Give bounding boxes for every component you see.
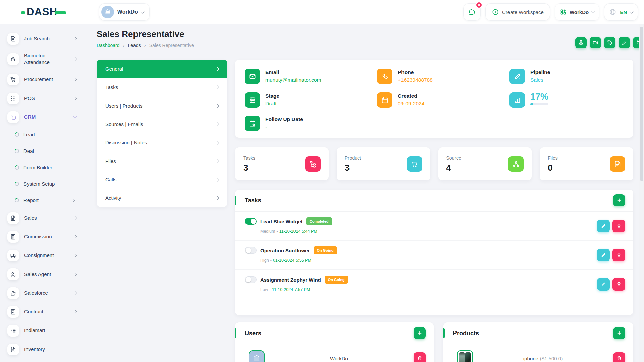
sidebar-item-label: CRM: [24, 114, 68, 120]
stat-value: 4: [446, 163, 461, 173]
workspace-selector[interactable]: WorkDo: [99, 3, 150, 21]
sidebar-item-inventory[interactable]: Inventory: [0, 340, 87, 359]
delete-task-button[interactable]: [612, 249, 625, 261]
field-label: Pipeline: [530, 69, 550, 75]
sidebar-item-indiamart[interactable]: Indiamart: [0, 321, 87, 340]
sidebar-item-commission[interactable]: Commission: [0, 227, 87, 246]
workdo-apps-dropdown[interactable]: WorkDo: [555, 3, 599, 21]
task-toggle[interactable]: [245, 218, 257, 225]
menu-item-label: Discussion | Notes: [105, 140, 147, 145]
toggle-knob: [251, 219, 256, 224]
sidebar-item-consignment[interactable]: Consignment: [0, 246, 87, 265]
sidebar-item-biometric-attendance[interactable]: Biometric Attendance: [0, 48, 87, 70]
delete-user-button[interactable]: [414, 352, 426, 362]
breadcrumb-current: Sales Representative: [149, 43, 194, 48]
sidebar-item-label: Deal: [23, 148, 68, 155]
chevron-right-icon: [215, 67, 219, 71]
task-toggle[interactable]: [245, 276, 257, 283]
tab-sources-emails[interactable]: Sources | Emails: [97, 115, 227, 133]
chevron-right-icon: [215, 122, 219, 126]
edit-task-button[interactable]: [597, 249, 610, 261]
video-call-button[interactable]: [590, 37, 601, 48]
sidebar-subitem-system-setup[interactable]: System Setup: [0, 176, 87, 192]
edit-task-button[interactable]: [597, 278, 610, 291]
phone-value[interactable]: +16239488788: [398, 77, 433, 83]
sidebar-item-job-search[interactable]: Job Search: [0, 29, 87, 48]
task-row-actions: [597, 249, 625, 261]
task-meta-separator: -: [276, 229, 278, 234]
follow-up-field: Follow Up Date -: [245, 116, 377, 131]
email-value[interactable]: munuty@mailinator.com: [265, 77, 321, 83]
add-user-button[interactable]: [414, 327, 426, 339]
sidebar-item-label: Indiamart: [24, 327, 68, 334]
product-image-phone-left: [459, 352, 465, 362]
sidebar-item-label: Biometric Attendance: [24, 52, 68, 66]
task-priority: Low: [260, 287, 268, 292]
app-root: DASH WorkDo 0 Create Workspace: [0, 0, 644, 362]
tab-files[interactable]: Files: [97, 152, 227, 170]
product-image: [457, 350, 473, 362]
edit-task-button[interactable]: [597, 220, 610, 232]
breadcrumb-dashboard-link[interactable]: Dashboard: [97, 43, 120, 48]
calendar-icon: [377, 92, 392, 108]
toggle-knob: [246, 248, 251, 253]
scrollbar-thumb[interactable]: [640, 27, 643, 181]
list-tree-icon: [305, 156, 321, 172]
sidebar-subitem-report[interactable]: Report: [0, 192, 87, 208]
sidebar-item-sales-agent[interactable]: Sales Agent: [0, 265, 87, 284]
cart-icon: [407, 156, 422, 172]
sidebar-item-pos[interactable]: POS: [0, 89, 87, 108]
tab-activity[interactable]: Activity: [97, 189, 227, 207]
add-product-button[interactable]: [613, 327, 625, 339]
email-field: Email munuty@mailinator.com: [245, 69, 377, 84]
task-datetime: 11-10-2024 7:57 PM: [272, 287, 310, 292]
field-label: Phone: [398, 69, 433, 75]
indent-icon: [7, 325, 19, 337]
tab-general[interactable]: General: [97, 60, 227, 78]
sidebar-item-crm[interactable]: CRM: [0, 108, 87, 126]
delete-task-button[interactable]: [612, 220, 625, 232]
tab-discussion-notes[interactable]: Discussion | Notes: [97, 133, 227, 152]
save-icon: [7, 306, 19, 318]
sidebar-subitem-lead[interactable]: Lead: [0, 126, 87, 143]
task-row: Lead Blue Widget Completed Medium-11-10-…: [235, 212, 633, 241]
language-selector[interactable]: EN: [604, 3, 638, 21]
task-meta: High-01-10-2024 5:55 PM: [260, 258, 625, 263]
create-workspace-button[interactable]: Create Workspace: [485, 3, 550, 21]
labels-button[interactable]: [604, 37, 615, 48]
chat-notifications-button[interactable]: 0: [463, 3, 481, 21]
sidebar-item-label: Commission: [24, 233, 68, 240]
sidebar-subitem-form-builder[interactable]: Form Builder: [0, 159, 87, 176]
tab-calls[interactable]: Calls: [97, 170, 227, 189]
sidebar-item-salesforce[interactable]: Salesforce: [0, 284, 87, 302]
progress-percent: 17%: [530, 92, 548, 101]
sidebar-subitem-deal[interactable]: Deal: [0, 143, 87, 159]
edit-button[interactable]: [619, 37, 630, 48]
sidebar-item-label: Form Builder: [23, 164, 68, 171]
dash-logo[interactable]: DASH: [21, 6, 66, 18]
logo-text: DASH: [26, 6, 57, 18]
delete-task-button[interactable]: [612, 278, 625, 291]
breadcrumb-separator: ›: [144, 42, 146, 48]
delete-product-button[interactable]: [613, 352, 625, 362]
lead-detail-menu: General Tasks Users | Products Sources |…: [97, 60, 227, 207]
task-toggle[interactable]: [245, 247, 257, 254]
file-text-icon: [610, 156, 625, 172]
task-name: Lead Blue Widget: [260, 219, 303, 224]
chevron-right-icon: [215, 159, 219, 163]
sidebar-item-contract[interactable]: Contract: [0, 302, 87, 321]
vertical-scrollbar[interactable]: [639, 24, 644, 362]
breadcrumb-leads-link[interactable]: Leads: [128, 43, 141, 48]
sidebar-item-sales[interactable]: Sales: [0, 208, 87, 227]
convert-to-deal-button[interactable]: [575, 37, 587, 48]
tab-users-products[interactable]: Users | Products: [97, 97, 227, 115]
tab-tasks[interactable]: Tasks: [97, 78, 227, 97]
phone-field: Phone +16239488788: [377, 69, 509, 84]
field-label: Email: [265, 69, 321, 75]
thumbs-up-icon: [7, 287, 19, 299]
add-task-button[interactable]: [613, 194, 625, 206]
language-code: EN: [620, 9, 627, 15]
stat-value: 3: [345, 163, 361, 173]
stat-label: Tasks: [243, 155, 255, 161]
sidebar-item-procurement[interactable]: Procurement: [0, 70, 87, 89]
